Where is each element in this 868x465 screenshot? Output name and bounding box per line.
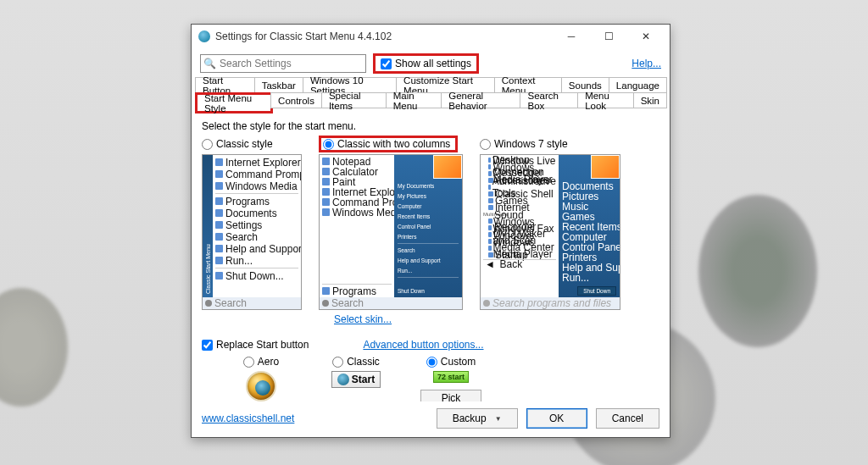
radio-custom[interactable]: Custom	[426, 356, 476, 368]
replace-start-row: Replace Start button Advanced button opt…	[202, 339, 659, 351]
preview-classic[interactable]: Classic Start Menu Internet Explorer Com…	[202, 154, 302, 310]
user-picture-icon	[591, 155, 620, 179]
search-icon	[483, 300, 490, 307]
search-icon: 🔍	[201, 58, 218, 69]
style-twocol: Classic with two columns Notepad Calcula…	[319, 136, 463, 310]
show-all-checkbox[interactable]: Show all settings	[373, 53, 479, 74]
tab-menu-look[interactable]: Menu Look	[577, 92, 633, 108]
show-all-label: Show all settings	[395, 58, 471, 69]
style-win7: Windows 7 style Remote Desktop Connectio…	[480, 136, 620, 310]
radio-win7-input[interactable]	[480, 139, 491, 150]
pick-image-button[interactable]: Pick image...	[420, 390, 482, 401]
footer: www.classicshell.net Backup OK Cancel	[192, 401, 670, 437]
preview-side-label: Classic Start Menu	[203, 155, 213, 297]
custom-preview: 72 start	[433, 371, 469, 383]
radio-twocol[interactable]: Classic with two columns	[319, 136, 458, 152]
app-icon	[198, 30, 210, 42]
search-icon	[205, 300, 212, 307]
preview-twocol[interactable]: Notepad Calculator Paint Internet Explor…	[319, 154, 463, 310]
titlebar: Settings for Classic Start Menu 4.4.102 …	[192, 25, 670, 48]
radio-twocol-input[interactable]	[323, 139, 334, 150]
radio-classic-btn[interactable]: Classic	[332, 356, 380, 368]
radio-classic-input[interactable]	[202, 139, 213, 150]
classic-start-preview: Start	[331, 371, 381, 388]
radio-classic-label: Classic style	[216, 138, 273, 150]
cancel-button[interactable]: Cancel	[596, 408, 659, 429]
tab-controls[interactable]: Controls	[270, 92, 322, 108]
radio-twocol-label: Classic with two columns	[337, 138, 450, 150]
style-description: Select the style for the start menu.	[202, 120, 659, 132]
tab-taskbar[interactable]: Taskbar	[254, 77, 303, 93]
maximize-button[interactable]: ☐	[590, 25, 627, 48]
orb-icon	[337, 374, 349, 385]
radio-win7[interactable]: Windows 7 style	[480, 136, 568, 152]
close-button[interactable]: ✕	[627, 25, 665, 48]
backup-button[interactable]: Backup	[437, 408, 518, 429]
aero-orb-icon	[246, 371, 276, 401]
replace-start-label: Replace Start button	[216, 339, 309, 351]
tabs: Start Button Taskbar Windows 10 Settings…	[192, 77, 670, 113]
tab-main-menu[interactable]: Main Menu	[386, 92, 442, 108]
ok-button[interactable]: OK	[526, 408, 587, 429]
tab-search-box[interactable]: Search Box	[520, 92, 578, 108]
radio-win7-label: Windows 7 style	[494, 138, 568, 150]
button-styles-row: Aero Classic Start Custom 72 start Pick …	[231, 356, 659, 401]
window-title: Settings for Classic Start Menu 4.4.102	[215, 30, 553, 42]
select-skin-link[interactable]: Select skin...	[334, 313, 659, 325]
tab-skin[interactable]: Skin	[633, 92, 667, 108]
highlight-active-tab: Start Menu Style	[195, 92, 273, 113]
tab-general-behavior[interactable]: General Behavior	[441, 92, 520, 108]
btnstyle-aero: Aero	[231, 356, 292, 401]
show-all-input[interactable]	[381, 58, 392, 69]
minimize-button[interactable]: ─	[553, 25, 590, 48]
help-link[interactable]: Help...	[632, 58, 661, 69]
radio-aero[interactable]: Aero	[243, 356, 279, 368]
advanced-button-options-link[interactable]: Advanced button options...	[363, 339, 483, 351]
search-input[interactable]	[218, 55, 365, 72]
user-picture-icon	[433, 155, 462, 179]
search-field[interactable]: 🔍	[200, 54, 366, 73]
content-area: Select the style for the start menu. Cla…	[192, 113, 670, 401]
site-link[interactable]: www.classicshell.net	[202, 412, 294, 424]
toolbar: 🔍 Show all settings Help...	[192, 48, 670, 77]
style-classic: Classic style Classic Start Menu Interne…	[202, 136, 302, 310]
style-options-row: Classic style Classic Start Menu Interne…	[202, 136, 659, 310]
replace-start-checkbox[interactable]	[202, 340, 213, 351]
btnstyle-classic: Classic Start	[326, 356, 387, 388]
tab-start-menu-style[interactable]: Start Menu Style	[198, 95, 270, 111]
btnstyle-custom: Custom 72 start Pick image...	[420, 356, 481, 401]
search-icon	[322, 300, 329, 307]
preview-win7[interactable]: Remote Desktop Connection Windows Live M…	[480, 154, 620, 310]
radio-classic[interactable]: Classic style	[202, 136, 273, 152]
settings-window: Settings for Classic Start Menu 4.4.102 …	[191, 24, 670, 438]
tab-start-button[interactable]: Start Button	[195, 77, 255, 93]
tab-special-items[interactable]: Special Items	[321, 92, 387, 108]
